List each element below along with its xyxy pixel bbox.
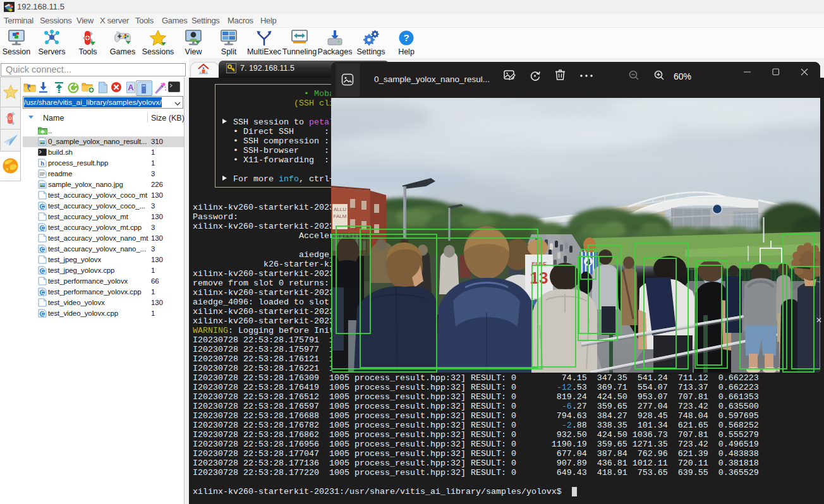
svg-text:ALLU: ALLU <box>334 207 346 212</box>
svg-text:FALM: FALM <box>334 213 347 219</box>
svg-text:C: C <box>40 268 44 274</box>
svg-text:h: h <box>40 160 44 167</box>
svg-text:ELBF: ELBF <box>531 261 547 267</box>
svg-text:?: ? <box>403 32 409 43</box>
svg-text:C: C <box>40 289 44 296</box>
svg-text:C: C <box>40 311 44 317</box>
svg-text:C: C <box>40 225 44 231</box>
svg-text:C: C <box>40 246 44 253</box>
svg-text:C: C <box>40 203 44 210</box>
svg-text:A: A <box>128 83 134 92</box>
